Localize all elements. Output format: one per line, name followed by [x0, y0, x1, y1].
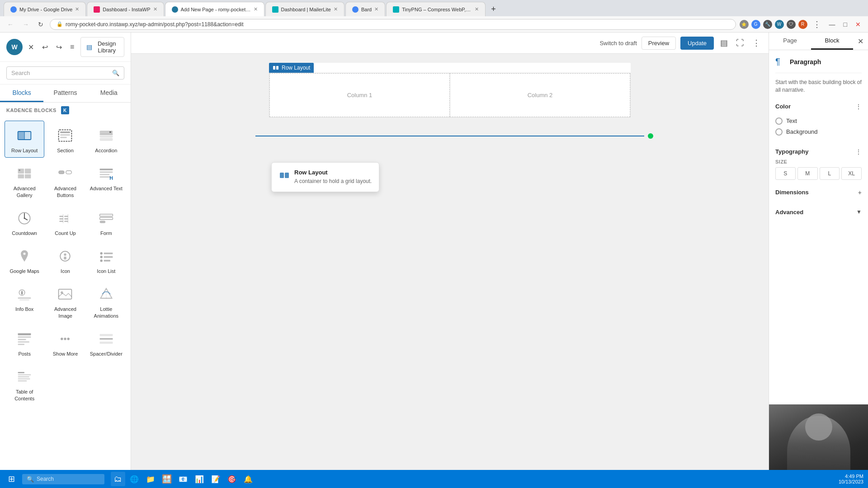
block-item-lottie[interactable]: Lottie Animations	[86, 279, 126, 323]
svg-rect-23	[99, 172, 113, 173]
canvas-block-toolbar[interactable]: Row Layout	[269, 63, 314, 73]
svg-rect-45	[64, 257, 66, 259]
size-btn-l[interactable]: L	[820, 167, 840, 180]
size-btn-s[interactable]: S	[775, 167, 796, 180]
address-bar[interactable]: 🔒 romy-pocket-duro.instawp.xyz/wp-admin/…	[50, 19, 736, 30]
minimize-button[interactable]: —	[826, 19, 838, 30]
block-item-advanced-buttons[interactable]: Advanced Buttons	[45, 159, 85, 202]
tab-google-drive[interactable]: My Drive - Google Drive ✕	[4, 2, 86, 16]
preview-button[interactable]: Preview	[642, 37, 676, 50]
reload-button[interactable]: ↻	[35, 19, 46, 30]
search-input[interactable]	[11, 70, 112, 76]
canvas-columns: Column 1 Column 2	[269, 73, 631, 117]
extension-icon-5[interactable]: 🛡	[787, 20, 796, 29]
tab-close-google[interactable]: ✕	[75, 6, 79, 12]
extension-icon-4[interactable]: W	[775, 20, 784, 29]
taskbar-icon-5[interactable]: 📧	[176, 472, 190, 486]
tab-close-mailerlite[interactable]: ✕	[334, 6, 338, 12]
extension-icon-3[interactable]: 🔧	[763, 20, 772, 29]
block-item-posts[interactable]: Posts	[5, 324, 44, 361]
extension-icon-2[interactable]: G	[751, 20, 760, 29]
block-item-accordion[interactable]: Accordion	[86, 121, 126, 158]
blocks-scroll-area[interactable]: Row Layout Section	[0, 118, 131, 488]
taskbar-icon-2[interactable]: 🌐	[127, 472, 142, 486]
block-item-count-up[interactable]: Count Up	[45, 203, 85, 240]
block-item-advanced-image[interactable]: Advanced Image	[45, 279, 85, 323]
block-item-countdown[interactable]: Countdown	[5, 203, 44, 240]
tab-label-wp: Add New Page - romy-pocket-d...	[181, 7, 251, 12]
size-btn-xl[interactable]: XL	[841, 167, 862, 180]
tab-mailerlite[interactable]: Dashboard | MailerLite ✕	[265, 2, 344, 16]
start-button[interactable]: ⊞	[5, 472, 19, 486]
fullscreen-button[interactable]: ⛶	[734, 37, 746, 50]
block-item-section[interactable]: Section	[45, 121, 85, 158]
taskbar-search-input[interactable]	[37, 476, 100, 482]
size-options: S M L XL	[775, 167, 862, 180]
tab-wp-editor[interactable]: Add New Page - romy-pocket-d... ✕	[165, 2, 264, 16]
taskbar-icon-8[interactable]: 🎯	[225, 472, 239, 486]
block-item-form[interactable]: Form	[86, 203, 126, 240]
tab-close-instawp[interactable]: ✕	[153, 6, 157, 12]
tab-close-bard[interactable]: ✕	[374, 6, 378, 12]
tab-tinypng[interactable]: TinyPNG – Compress WebP, PN... ✕	[386, 2, 486, 16]
block-item-table-of-contents[interactable]: Table of Contents	[5, 362, 44, 406]
tools-button[interactable]: ≡	[68, 41, 76, 53]
taskbar-icon-4[interactable]: 🪟	[160, 472, 174, 486]
taskbar-icon-1[interactable]: 🗂	[111, 472, 125, 486]
block-item-spacer-divider[interactable]: Spacer/Divider	[86, 324, 126, 361]
block-item-advanced-gallery[interactable]: Advanced Gallery	[5, 159, 44, 202]
dimensions-add-button[interactable]: +	[858, 189, 862, 196]
block-item-show-more[interactable]: Show More	[45, 324, 85, 361]
block-icon-form	[97, 209, 115, 227]
close-window-button[interactable]: ✕	[853, 19, 863, 30]
color-option-text[interactable]: Text	[775, 117, 862, 125]
more-options-button[interactable]: ⋮	[810, 18, 824, 31]
tab-close-wp[interactable]: ✕	[254, 6, 258, 12]
taskbar-icon-3[interactable]: 📁	[143, 472, 158, 486]
profile-icon[interactable]: R	[798, 20, 807, 29]
svg-point-30	[24, 217, 25, 219]
svg-rect-75	[18, 380, 27, 381]
svg-rect-49	[104, 256, 113, 258]
block-item-google-maps[interactable]: Google Maps	[5, 241, 44, 278]
right-panel-tab-page[interactable]: Page	[769, 33, 811, 50]
close-sidebar-button[interactable]: ✕	[26, 41, 36, 53]
tab-patterns[interactable]: Patterns	[43, 84, 87, 102]
color-section-more-button[interactable]: ⋮	[855, 103, 862, 110]
extension-icon-1[interactable]: ⭐	[740, 20, 749, 29]
typography-section-more-button[interactable]: ⋮	[855, 148, 862, 155]
block-item-advanced-text[interactable]: H Advanced Text	[86, 159, 126, 202]
block-item-info-box[interactable]: Info Box	[5, 279, 44, 323]
design-library-button[interactable]: ▤ Design Library	[80, 37, 124, 57]
block-item-icon-list[interactable]: Icon List	[86, 241, 126, 278]
new-tab-button[interactable]: +	[486, 2, 500, 16]
canvas-area[interactable]: Row Layout Column 1 Column 2	[131, 54, 769, 476]
back-button[interactable]: ←	[5, 19, 16, 30]
undo-button[interactable]: ↩	[40, 41, 50, 53]
toc-icon-svg	[16, 369, 33, 385]
right-panel-close-button[interactable]: ✕	[853, 34, 868, 48]
right-panel-tab-block[interactable]: Block	[811, 33, 853, 50]
tab-instawp[interactable]: Dashboard - InstaWP ✕	[87, 2, 164, 16]
advanced-section-header[interactable]: Advanced ▼	[775, 205, 862, 219]
size-btn-m[interactable]: M	[797, 167, 818, 180]
taskbar-search-box[interactable]: 🔍	[22, 474, 104, 484]
tab-close-tinypng[interactable]: ✕	[475, 6, 479, 12]
redo-button[interactable]: ↪	[54, 41, 64, 53]
taskbar-icon-7[interactable]: 📝	[208, 472, 223, 486]
block-item-row-layout[interactable]: Row Layout	[5, 121, 44, 158]
block-item-icon[interactable]: Icon	[45, 241, 85, 278]
svg-rect-14	[18, 169, 24, 174]
forward-button[interactable]: →	[20, 19, 32, 30]
update-button[interactable]: Update	[680, 37, 714, 50]
taskbar-icon-9[interactable]: 🔔	[241, 472, 255, 486]
tab-media[interactable]: Media	[87, 84, 131, 102]
more-options-toolbar-button[interactable]: ⋮	[750, 36, 762, 50]
color-option-background[interactable]: Background	[775, 128, 862, 136]
maximize-button[interactable]: □	[841, 19, 850, 30]
taskbar-icon-6[interactable]: 📊	[192, 472, 207, 486]
switch-to-draft-button[interactable]: Switch to draft	[599, 40, 637, 47]
view-toggle-button[interactable]: ▤	[718, 36, 730, 50]
tab-blocks[interactable]: Blocks	[0, 84, 43, 102]
tab-bard[interactable]: Bard ✕	[345, 2, 385, 16]
